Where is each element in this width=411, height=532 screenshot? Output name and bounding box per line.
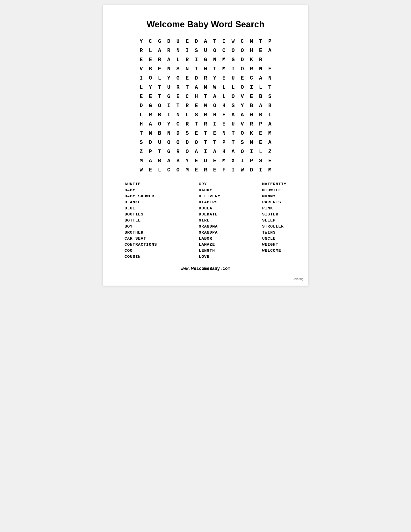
grid-cell: L: [173, 55, 183, 64]
grid-cell: B: [265, 101, 274, 110]
word-item: CRY: [199, 182, 221, 186]
grid-cell: H: [192, 92, 201, 101]
grid-cell: T: [155, 147, 164, 156]
grid-cell: S: [256, 156, 265, 165]
grid-cell: E: [146, 55, 155, 64]
grid-cell: N: [256, 64, 265, 74]
grid-cell: A: [164, 55, 173, 64]
grid-cell: O: [183, 147, 192, 156]
grid-cell: N: [146, 129, 155, 138]
grid-cell: V: [137, 64, 146, 74]
grid-cell: L: [256, 83, 265, 92]
grid-cell: I: [256, 165, 265, 175]
grid-cell: M: [265, 129, 274, 138]
grid-cell: O: [238, 129, 247, 138]
page-title: Welcome Baby Word Search: [122, 19, 289, 29]
grid-cell: B: [256, 110, 265, 119]
grid-cell: C: [183, 92, 192, 101]
grid-cell: G: [155, 37, 164, 46]
grid-cell: R: [201, 110, 210, 119]
grid-cell: A: [210, 92, 219, 101]
grid-cell: B: [146, 64, 155, 74]
grid-cell: O: [210, 46, 219, 55]
grid-cell: E: [256, 129, 265, 138]
grid-cell: E: [192, 156, 201, 165]
grid-cell: E: [137, 55, 146, 64]
grid-cell: T: [228, 129, 238, 138]
word-item: WEIGHT: [262, 242, 287, 247]
grid-cell: Z: [137, 147, 146, 156]
word-item: DADDY: [199, 188, 221, 192]
grid-cell: C: [219, 46, 228, 55]
word-item: WELCOME: [262, 248, 287, 253]
word-item: MIDWIFE: [262, 188, 287, 192]
grid-cell: T: [210, 37, 219, 46]
grid-cell: E: [219, 74, 228, 83]
grid-cell: E: [247, 92, 256, 101]
grid-cell: R: [201, 165, 210, 175]
grid-cell: G: [201, 55, 210, 64]
coloring-label: Coloring: [292, 277, 303, 281]
grid-cell: D: [137, 101, 146, 110]
footer-url: www.WelcomeBaby.com: [122, 266, 289, 271]
grid-cell: W: [238, 165, 247, 175]
grid-cell: R: [183, 55, 192, 64]
grid-cell: V: [238, 119, 247, 129]
grid-cell: B: [155, 156, 164, 165]
word-grid: YCGDUEDATEWCMTPRLARNISUOCOOHEAEERALRIGNM…: [122, 37, 289, 175]
grid-cell: X: [228, 156, 238, 165]
grid-cell: O: [228, 92, 238, 101]
grid-cell: N: [247, 138, 256, 147]
grid-cell: C: [238, 37, 247, 46]
grid-cell: E: [265, 156, 274, 165]
word-item: CAR SEAT: [124, 236, 157, 241]
grid-cell: P: [219, 138, 228, 147]
grid-cell: D: [183, 138, 192, 147]
grid-cell: T: [173, 101, 183, 110]
grid-cell: A: [265, 119, 274, 129]
grid-cell: I: [164, 101, 173, 110]
grid-cell: N: [164, 64, 173, 74]
grid-row: HAOYCRTRIEUVRPA: [137, 119, 274, 129]
grid-cell: R: [247, 64, 256, 74]
grid-cell: E: [137, 92, 146, 101]
grid-cell: W: [228, 37, 238, 46]
grid-cell: R: [201, 119, 210, 129]
grid-cell: O: [146, 74, 155, 83]
grid-cell: H: [219, 101, 228, 110]
grid-row: IOLYGEDRYEUECAN: [137, 74, 274, 83]
grid-cell: O: [164, 138, 173, 147]
grid-row: LRBINLSRREAAWBL: [137, 110, 274, 119]
grid-cell: B: [155, 129, 164, 138]
grid-cell: T: [201, 92, 210, 101]
grid-cell: S: [238, 138, 247, 147]
grid-cell: S: [192, 110, 201, 119]
grid-cell: W: [201, 64, 210, 74]
grid-cell: P: [265, 37, 274, 46]
grid-cell: E: [265, 64, 274, 74]
grid-cell: M: [183, 165, 192, 175]
grid-cell: I: [137, 74, 146, 83]
word-item: BLANKET: [124, 200, 157, 205]
grid-cell: I: [210, 119, 219, 129]
word-item: LABOR: [199, 236, 221, 241]
grid-cell: U: [228, 119, 238, 129]
grid-cell: I: [192, 55, 201, 64]
grid-row: SDUOODOTTPTSNEA: [137, 138, 274, 147]
grid-cell: B: [173, 156, 183, 165]
grid-cell: H: [247, 46, 256, 55]
grid-cell: G: [146, 101, 155, 110]
grid-cell: U: [155, 138, 164, 147]
grid-cell: G: [164, 147, 173, 156]
grid-cell: L: [265, 110, 274, 119]
grid-cell: M: [265, 165, 274, 175]
grid-cell: Y: [164, 74, 173, 83]
grid-cell: A: [228, 110, 238, 119]
grid-row: YCGDUEDATEWCMTP: [137, 37, 274, 46]
word-item: PINK: [262, 206, 287, 211]
grid-cell: L: [219, 92, 228, 101]
word-item: BLUE: [124, 206, 157, 211]
word-item: BABY: [124, 188, 157, 192]
grid-cell: N: [265, 74, 274, 83]
grid-cell: M: [137, 156, 146, 165]
